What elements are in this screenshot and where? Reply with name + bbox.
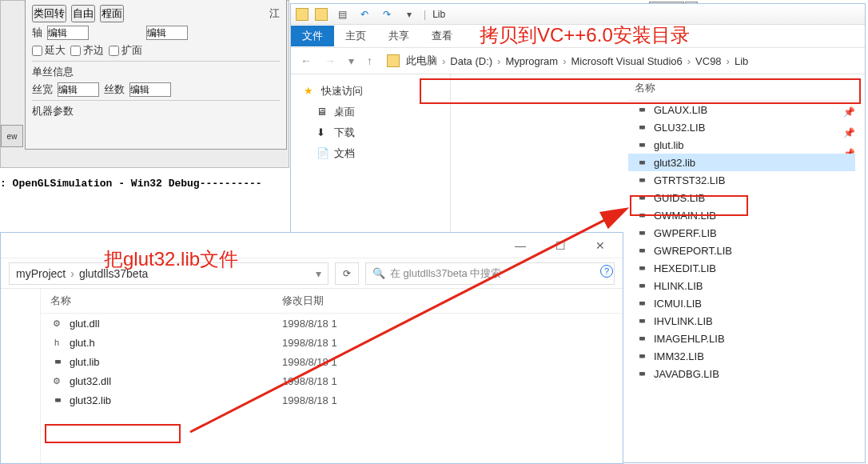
- chevron-down-icon[interactable]: ▾: [316, 267, 321, 280]
- file-row[interactable]: glut.lib1998/8/18 1: [41, 352, 623, 371]
- breadcrumb-segment[interactable]: Lib: [735, 55, 748, 67]
- highlight-source-file: [45, 424, 181, 443]
- minimize-button[interactable]: —: [504, 234, 536, 257]
- lib-file-icon: [50, 355, 63, 368]
- col-date[interactable]: 修改日期: [282, 294, 613, 308]
- file-row[interactable]: ICMUI.LIB: [628, 294, 855, 312]
- breadcrumb-segment[interactable]: Myprogram: [505, 55, 558, 67]
- file-name: GLU32.LIB: [654, 122, 705, 134]
- file-row[interactable]: GWREPORT.LIB: [628, 242, 855, 259]
- breadcrumb-segment[interactable]: VC98: [695, 55, 722, 67]
- undo-icon[interactable]: ↶: [356, 6, 372, 22]
- file-name: IMAGEHLP.LIB: [654, 333, 725, 345]
- lib-file-icon: [635, 156, 647, 169]
- file-name: GWREPORT.LIB: [654, 245, 732, 257]
- file-name: glut.lib: [654, 139, 684, 151]
- header-file-icon: h: [50, 336, 63, 349]
- doc-icon: 📄: [317, 147, 329, 160]
- count-edit[interactable]: [129, 82, 171, 97]
- lib-file-icon: [635, 297, 647, 310]
- file-list-lib: 名称 GLAUX.LIBGLU32.LIBglut.libglut32.libG…: [619, 74, 865, 462]
- menu-view[interactable]: 查看: [420, 26, 464, 46]
- star-icon: ★: [304, 85, 317, 98]
- btn-free[interactable]: 自由: [71, 5, 95, 22]
- file-row[interactable]: GWPERF.LIB: [628, 224, 855, 242]
- file-row[interactable]: IMAGEHLP.LIB: [628, 330, 855, 347]
- file-date: 1998/8/18 1: [282, 318, 613, 330]
- file-name: glut.h: [70, 337, 95, 349]
- folder-icon: [296, 8, 309, 21]
- view-button[interactable]: ew: [1, 125, 23, 147]
- label-axis: 轴: [32, 26, 42, 40]
- breadcrumb-segment[interactable]: Microsoft Visual Studio6: [571, 55, 683, 67]
- btn-rotate[interactable]: 类回转: [32, 5, 66, 22]
- props-icon[interactable]: ▤: [334, 6, 350, 22]
- lib-file-icon: [635, 103, 647, 116]
- nav-downloads[interactable]: ⬇下载📌: [297, 122, 444, 143]
- breadcrumb-segment[interactable]: 此电脑: [406, 54, 437, 68]
- lib-file-icon: [635, 350, 647, 362]
- lib-file-icon: [635, 262, 647, 274]
- file-row[interactable]: glut32.lib: [628, 154, 855, 171]
- width-edit[interactable]: [58, 82, 99, 97]
- close-button[interactable]: ✕: [584, 234, 616, 257]
- file-name: IMM32.LIB: [654, 350, 704, 362]
- menu-share[interactable]: 共享: [377, 26, 420, 46]
- annotation-copy-to: 拷贝到VC++6.0安装目录: [480, 22, 690, 48]
- file-row[interactable]: GTRTST32.LIB: [628, 171, 855, 189]
- file-date: 1998/8/18 1: [282, 375, 613, 387]
- refresh-button[interactable]: ⟳: [335, 262, 359, 285]
- redo-icon[interactable]: ↷: [379, 6, 395, 22]
- file-row[interactable]: IMM32.LIB: [628, 347, 855, 365]
- search-input[interactable]: 🔍 在 glutdlls37beta 中搜索: [365, 262, 615, 285]
- label-count: 丝数: [104, 82, 125, 97]
- breadcrumb-segment[interactable]: Data (D:): [450, 55, 492, 67]
- maximize-button[interactable]: ☐: [544, 234, 576, 257]
- axis-edit-2[interactable]: [146, 26, 188, 40]
- file-row[interactable]: ⚙glut32.dll1998/8/18 1: [41, 371, 623, 390]
- nav-back-icon[interactable]: ←: [297, 54, 315, 67]
- debug-output-line: : OpenGLSimulation - Win32 Debug--------…: [0, 178, 289, 190]
- file-name: JAVADBG.LIB: [654, 368, 719, 380]
- breadcrumb[interactable]: 此电脑›Data (D:)›Myprogram›Microsoft Visual…: [406, 54, 748, 68]
- lib-file-icon: [635, 121, 647, 134]
- file-name: glut.lib: [70, 356, 100, 368]
- label-jiang: 江: [269, 6, 280, 21]
- nav-docs[interactable]: 📄文档📌: [297, 143, 444, 164]
- file-row[interactable]: ⚙glut.dll1998/8/18 1: [41, 314, 623, 333]
- menu-file[interactable]: 文件: [291, 26, 334, 46]
- dll-file-icon: ⚙: [50, 317, 63, 330]
- nav-recent-icon[interactable]: ▾: [345, 54, 357, 67]
- chk-extend[interactable]: [32, 46, 42, 56]
- file-row[interactable]: glut.lib: [628, 136, 855, 154]
- chk-expand[interactable]: [109, 46, 119, 56]
- file-row[interactable]: HEXEDIT.LIB: [628, 259, 855, 277]
- file-name: glut.dll: [70, 318, 100, 330]
- nav-desktop[interactable]: 🖥桌面📌: [297, 102, 444, 122]
- help-icon[interactable]: ?: [600, 265, 613, 278]
- file-row[interactable]: IHVLINK.LIB: [628, 312, 855, 330]
- dropdown-icon[interactable]: ▾: [401, 6, 417, 22]
- file-row[interactable]: hglut.h1998/8/18 1: [41, 333, 623, 352]
- lib-file-icon: [635, 226, 647, 239]
- nav-forward-icon[interactable]: →: [321, 54, 339, 67]
- col-name[interactable]: 名称: [50, 294, 282, 308]
- file-date: 1998/8/18 1: [282, 394, 613, 406]
- file-row[interactable]: GLU32.LIB: [628, 118, 855, 136]
- highlight-target-file: [630, 195, 748, 216]
- file-row[interactable]: HLINK.LIB: [628, 277, 855, 294]
- nav-up-icon[interactable]: ↑: [364, 54, 376, 67]
- file-row[interactable]: glut32.lib1998/8/18 1: [41, 390, 623, 410]
- btn-face[interactable]: 程面: [100, 5, 124, 22]
- dll-file-icon: ⚙: [50, 374, 63, 387]
- menu-home[interactable]: 主页: [334, 26, 377, 46]
- chk-align[interactable]: [70, 46, 81, 56]
- file-name: GLAUX.LIB: [654, 104, 707, 116]
- lib-file-icon: [635, 138, 647, 151]
- lib-file-icon: [635, 314, 647, 327]
- axis-edit-1[interactable]: [47, 26, 89, 40]
- file-name: HLINK.LIB: [654, 280, 703, 292]
- label-machine: 机器参数: [32, 104, 74, 118]
- file-row[interactable]: JAVADBG.LIB: [628, 365, 855, 382]
- file-name: ICMUI.LIB: [654, 298, 702, 310]
